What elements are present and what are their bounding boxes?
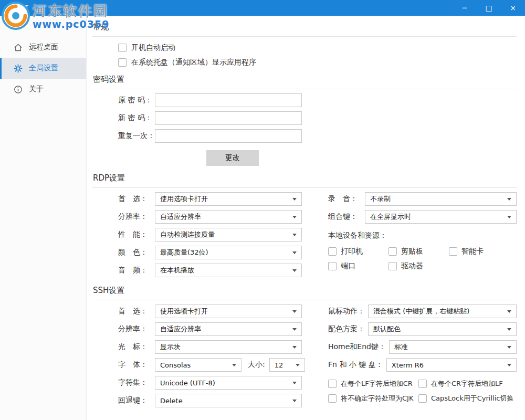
chevron-down-icon xyxy=(292,216,297,218)
checkbox-smartcard[interactable]: 智能卡 xyxy=(449,247,509,256)
field-label: Fn 和 小 键 盘： xyxy=(328,360,383,370)
checkbox-cr-add-lf[interactable]: 在每个CR字符后增加LF xyxy=(418,379,503,388)
ssh-cursor-select[interactable]: 显示块 xyxy=(155,340,302,354)
ssh-charset-select[interactable]: Unicode (UTF-8) xyxy=(155,376,302,390)
checkbox-capslock-cyrillic[interactable]: CapsLock用于Cyrillic切换 xyxy=(418,394,513,403)
close-button[interactable]: × xyxy=(501,0,525,16)
field-label: Home和End键： xyxy=(328,342,386,352)
field-label: 新 密 码： xyxy=(118,113,155,123)
checkbox-label: 剪贴板 xyxy=(401,247,423,256)
maximize-button[interactable]: □ xyxy=(477,0,501,16)
ssh-preferred-select[interactable]: 使用选项卡打开 xyxy=(155,304,302,318)
field-label: 回退键： xyxy=(118,396,155,405)
rdp-recording-select[interactable]: 不录制 xyxy=(365,192,517,206)
chevron-down-icon xyxy=(507,198,511,201)
field-label: 音 频： xyxy=(118,266,155,275)
checkbox-box[interactable] xyxy=(388,247,397,256)
checkbox-drive[interactable]: 驱动器 xyxy=(388,261,449,271)
checkbox-autostart[interactable]: 开机自动启动 xyxy=(118,43,517,52)
old-password-input[interactable] xyxy=(155,93,302,107)
change-password-button[interactable]: 更改 xyxy=(206,150,259,166)
rdp-audio-select[interactable]: 在本机播放 xyxy=(155,264,302,277)
section-heading-password: 密码设置 xyxy=(92,75,517,89)
chevron-down-icon xyxy=(292,346,297,349)
gear-icon xyxy=(14,64,23,73)
checkbox-box[interactable] xyxy=(328,394,337,403)
sidebar-item-global-settings[interactable]: 全局设置 xyxy=(0,58,86,79)
field-label: 首 选： xyxy=(118,194,155,204)
checkbox-box[interactable] xyxy=(449,247,457,256)
ssh-resolution-select[interactable]: 自适应分辨率 xyxy=(155,322,302,336)
sidebar-item-remote-desktop[interactable]: 远程桌面 xyxy=(0,37,86,58)
rdp-hotkeys-select[interactable]: 在全屏显示时 xyxy=(365,210,517,224)
checkbox-box[interactable] xyxy=(328,247,337,256)
font-size-label: 大小: xyxy=(248,360,265,370)
field-label: 性 能： xyxy=(118,230,155,239)
ssh-fn-keypad-select[interactable]: Xterm R6 xyxy=(386,358,517,372)
checkbox-box[interactable] xyxy=(328,262,337,270)
sidebar-item-label: 关于 xyxy=(29,85,44,94)
home-icon xyxy=(14,43,23,52)
chevron-down-icon xyxy=(507,346,511,349)
checkbox-box[interactable] xyxy=(418,380,427,388)
ssh-color-scheme-select[interactable]: 默认配色 xyxy=(368,322,517,336)
repeat-password-input[interactable] xyxy=(155,129,302,143)
app-window: 主页 ─ □ × 河东软件园 www.pc0359 远程 xyxy=(0,0,525,420)
chevron-down-icon xyxy=(292,269,297,272)
checkbox-label: 智能卡 xyxy=(461,247,484,256)
new-password-input[interactable] xyxy=(155,111,302,125)
checkbox-label: 开机自动启动 xyxy=(131,43,175,52)
section-heading-general: 常规 xyxy=(92,22,517,37)
info-icon xyxy=(14,85,23,94)
field-label: 配色方案： xyxy=(328,324,365,334)
ssh-font-select[interactable]: Consolas xyxy=(155,358,242,372)
ssh-font-size-select[interactable]: 12 xyxy=(269,358,305,372)
chevron-down-icon xyxy=(507,310,511,313)
checkbox-label: 将不确定字符处理为CJK xyxy=(341,394,413,403)
field-label: 光 标： xyxy=(118,342,155,352)
rdp-performance-select[interactable]: 自动检测连接质量 xyxy=(155,228,302,242)
chevron-down-icon xyxy=(507,328,511,331)
checkbox-ambiguous-cjk[interactable]: 将不确定字符处理为CJK xyxy=(328,394,418,403)
field-label: 组合键： xyxy=(328,212,365,222)
checkbox-tray-icon[interactable]: 在系统托盘（通知区域）显示应用程序 xyxy=(118,58,517,67)
field-label: 录 音： xyxy=(328,194,365,204)
titlebar: 主页 ─ □ × xyxy=(0,0,525,16)
ssh-backspace-select[interactable]: Delete xyxy=(155,394,302,407)
sidebar-item-about[interactable]: 关于 xyxy=(0,79,86,100)
checkbox-clipboard[interactable]: 剪贴板 xyxy=(388,247,449,256)
chevron-down-icon xyxy=(296,364,300,366)
chevron-down-icon xyxy=(292,310,297,313)
checkbox-box[interactable] xyxy=(418,394,427,403)
chevron-down-icon xyxy=(507,364,511,366)
checkbox-box[interactable] xyxy=(388,262,397,270)
minimize-button[interactable]: ─ xyxy=(453,0,477,16)
checkbox-label: 端口 xyxy=(341,261,355,271)
chevron-down-icon xyxy=(292,251,297,254)
checkbox-label: 在系统托盘（通知区域）显示应用程序 xyxy=(131,58,256,67)
section-heading-ssh: SSH设置 xyxy=(92,286,517,300)
rdp-resolution-select[interactable]: 自适应分辨率 xyxy=(155,210,302,224)
checkbox-box[interactable] xyxy=(118,58,127,67)
checkbox-box[interactable] xyxy=(328,380,337,388)
rdp-color-select[interactable]: 最高质量(32位) xyxy=(155,246,302,259)
checkbox-label: CapsLock用于Cyrillic切换 xyxy=(431,394,513,403)
chevron-down-icon xyxy=(292,198,297,201)
ssh-mouse-action-select[interactable]: 混合模式 (中键扩展，右键粘贴) xyxy=(368,304,517,318)
rdp-preferred-select[interactable]: 使用选项卡打开 xyxy=(155,192,302,206)
field-label: 原 密 码： xyxy=(118,96,155,105)
window-controls: ─ □ × xyxy=(453,0,525,16)
checkbox-label: 驱动器 xyxy=(401,261,423,271)
field-label: 鼠标动作： xyxy=(328,307,365,316)
chevron-down-icon xyxy=(292,234,297,236)
checkbox-port[interactable]: 端口 xyxy=(328,261,388,271)
ssh-home-end-select[interactable]: 标准 xyxy=(389,340,517,354)
settings-panel: 常规 开机自动启动 在系统托盘（通知区域）显示应用程序 密码设置 原 密 码： … xyxy=(87,16,525,420)
checkbox-box[interactable] xyxy=(118,44,127,52)
checkbox-printer[interactable]: 打印机 xyxy=(328,247,388,256)
checkbox-label: 在每个CR字符后增加LF xyxy=(431,379,503,388)
checkbox-lf-add-cr[interactable]: 在每个LF字符后增加CR xyxy=(328,379,418,388)
field-label: 首 选： xyxy=(118,307,155,316)
chevron-down-icon xyxy=(232,364,236,366)
field-label: 分辨率： xyxy=(118,212,155,222)
